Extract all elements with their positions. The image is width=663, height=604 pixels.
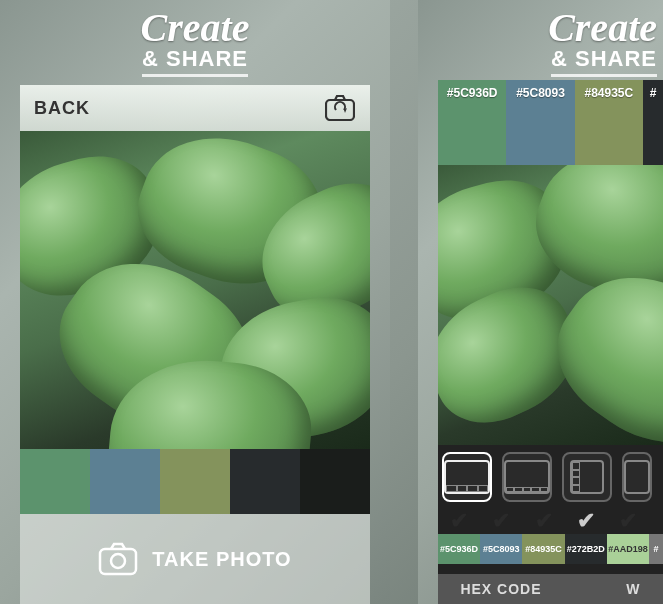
hex-label: #5C936D (447, 86, 498, 100)
take-photo-label: TAKE PHOTO (152, 548, 291, 571)
check-icon: ✔ (450, 508, 468, 534)
capture-panel: BACK (20, 85, 370, 604)
swatch (20, 449, 90, 514)
swatch-labeled[interactable]: #84935C (575, 80, 643, 165)
camera-preview (20, 131, 370, 449)
screen-edit: Create & SHARE #5C936D #5C8093 #84935C # (418, 0, 663, 604)
source-photo (438, 165, 663, 445)
swatch-toggle[interactable]: ✔#5C936D (438, 508, 480, 564)
subtitle-share: & SHARE (551, 46, 657, 77)
svg-point-2 (111, 554, 125, 568)
camera-switch-button[interactable] (324, 94, 356, 122)
layout-option-side-strip[interactable] (562, 452, 612, 502)
layout-option-bottom-strip[interactable] (442, 452, 492, 502)
swatch-toggle[interactable]: ✔#AAD198 (607, 508, 649, 564)
hex-label: #5C8093 (516, 86, 565, 100)
swatch-toggle[interactable]: ✔#5C8093 (480, 508, 522, 564)
hex-label: # (654, 544, 659, 554)
check-icon: ✔ (535, 508, 553, 534)
swatch (230, 449, 300, 514)
take-photo-button[interactable]: TAKE PHOTO (20, 514, 370, 604)
screen-capture: Create & SHARE BACK (0, 0, 390, 604)
header: Create & SHARE (418, 0, 663, 77)
check-icon: ✔ (492, 508, 510, 534)
camera-switch-icon (325, 95, 355, 121)
layout-option-plain[interactable] (622, 452, 652, 502)
edit-panel: #5C936D #5C8093 #84935C # (438, 80, 663, 604)
check-icon: ✔ (577, 508, 595, 534)
swatch (160, 449, 230, 514)
tab-hex[interactable]: HEX CODE (460, 581, 541, 597)
format-tabs: HEX CODE W (438, 574, 663, 604)
swatch (90, 449, 160, 514)
subtitle-share: & SHARE (142, 46, 248, 77)
swatch-labeled[interactable]: #5C936D (438, 80, 506, 165)
hex-label: #5C936D (440, 544, 478, 554)
hex-label: # (650, 86, 657, 100)
hex-label: #272B2D (567, 544, 605, 554)
palette-preview (20, 449, 370, 514)
title-create: Create (0, 8, 390, 48)
title-create: Create (418, 8, 657, 48)
header: Create & SHARE (0, 0, 390, 77)
swatch-toggle[interactable]: # (649, 508, 663, 564)
back-button[interactable]: BACK (34, 98, 90, 119)
hex-label: #AAD198 (608, 544, 648, 554)
hex-label: #84935C (525, 544, 562, 554)
swatch-toggle[interactable]: ✔#84935C (522, 508, 564, 564)
swatch-labeled[interactable]: # (643, 80, 663, 165)
swatch-toggle[interactable]: ✔#272B2D (565, 508, 607, 564)
camera-icon (98, 542, 138, 576)
swatch-selection-row: ✔#5C936D ✔#5C8093 ✔#84935C ✔#272B2D ✔#AA… (438, 508, 663, 564)
layout-option-bottom-strip-small[interactable] (502, 452, 552, 502)
svg-rect-0 (326, 100, 354, 120)
check-icon: ✔ (619, 508, 637, 534)
swatch-labeled[interactable]: #5C8093 (506, 80, 574, 165)
topbar: BACK (20, 85, 370, 131)
layout-options (442, 450, 663, 504)
hex-label: #84935C (584, 86, 633, 100)
swatch (300, 449, 370, 514)
palette-header: #5C936D #5C8093 #84935C # (438, 80, 663, 165)
hex-label: #5C8093 (483, 544, 520, 554)
tab-w[interactable]: W (586, 581, 640, 597)
